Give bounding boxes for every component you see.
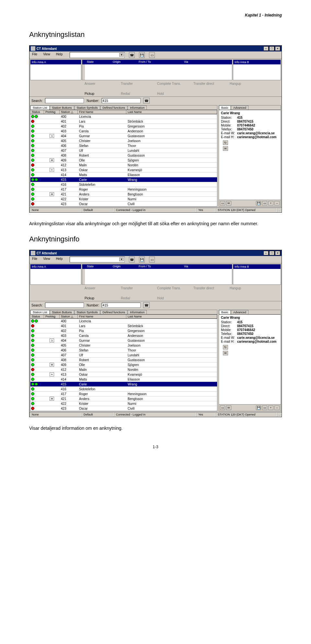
table-row[interactable]: ✉409OlleSjögren	[30, 362, 217, 367]
table-row[interactable]: 3404GunnarGustavsson	[30, 338, 217, 343]
table-row[interactable]: 403CarolaAndersson	[30, 333, 217, 338]
tab-basic[interactable]: Basic	[219, 105, 231, 110]
table-row[interactable]: 3404GunnarGustavsson	[30, 134, 217, 139]
th-station[interactable]: Station △	[60, 315, 78, 318]
hangup-button[interactable]: Hangup	[230, 286, 260, 290]
refresh-icon[interactable]: ↻	[223, 345, 228, 350]
table-row[interactable]: ✂413OskarKvarnesjö	[30, 168, 217, 172]
maximize-button[interactable]: □	[269, 251, 274, 255]
table-row[interactable]: 400Licencia	[30, 114, 217, 119]
table-row[interactable]: 416Sidotelefon	[30, 387, 217, 392]
detail-mail-icon[interactable]: ✉	[226, 405, 231, 410]
tab-advanced[interactable]: Advanced	[231, 310, 248, 314]
menu-view[interactable]: View	[42, 52, 52, 58]
save-icon[interactable]: 💾	[139, 257, 145, 262]
dialpad-icon[interactable]: ☎	[129, 257, 135, 262]
table-row[interactable]: 422KristerNurmi	[30, 197, 217, 202]
search-input[interactable]	[45, 303, 84, 308]
detail-card-icon[interactable]: ▭	[220, 405, 225, 410]
detail-box-icon[interactable]: ▭	[262, 201, 267, 205]
tab-station-list[interactable]: Station List	[30, 310, 50, 314]
th-premsg[interactable]: PreMsg	[44, 110, 60, 114]
detail-save-icon[interactable]: 💾	[256, 405, 261, 410]
refresh-icon[interactable]: ↻	[223, 140, 228, 145]
table-row[interactable]: 422KristerNurmi	[30, 401, 217, 406]
detail-box-icon[interactable]: ▭	[262, 405, 267, 410]
th-firstname[interactable]: First Name	[78, 110, 126, 114]
table-row[interactable]: 408RobertGustavsson	[30, 153, 217, 158]
maximize-button[interactable]: □	[269, 46, 274, 51]
tab-station-symbols[interactable]: Station Symbols	[75, 105, 100, 110]
table-row[interactable]: 417RogerHenningsson	[30, 187, 217, 192]
table-row[interactable]: 412MalinNordén	[30, 367, 217, 372]
table-row[interactable]: 407UlfLundahl	[30, 148, 217, 153]
table-row[interactable]: 415CarieWrang	[30, 177, 217, 182]
tab-information[interactable]: Information	[128, 310, 147, 314]
table-row[interactable]: 416Sidotelefon	[30, 182, 217, 187]
tab-station-list[interactable]: Station List	[30, 105, 50, 110]
table-row[interactable]: 408RobertGustavsson	[30, 358, 217, 362]
transfer-button[interactable]: Transfer	[121, 82, 151, 86]
tab-basic[interactable]: Basic	[219, 310, 231, 314]
hold-button[interactable]: Hold	[157, 296, 188, 300]
transfer-direct-button[interactable]: Transfer direct	[193, 82, 224, 86]
detail-mail-icon[interactable]: ✉	[226, 201, 231, 205]
tab-station-buttons[interactable]: Station Buttons	[50, 310, 74, 314]
table-row[interactable]: ✉421AndersBengtsson	[30, 192, 217, 197]
expand-icon[interactable]: ▭	[149, 52, 155, 58]
redial-button[interactable]: Redial	[121, 296, 151, 300]
pickup-button[interactable]: Pickup	[85, 296, 115, 300]
save-icon[interactable]: 💾	[139, 52, 145, 58]
complete-trans-button[interactable]: Complete Trans.	[157, 286, 188, 290]
menu-file[interactable]: File	[31, 52, 39, 58]
menu-file[interactable]: File	[31, 257, 39, 262]
detail-card-icon[interactable]: ▭	[220, 201, 225, 205]
table-row[interactable]: 414MattsEliasson	[30, 172, 217, 177]
hangup-button[interactable]: Hangup	[230, 82, 260, 86]
th-lastname[interactable]: Last Name	[126, 315, 217, 318]
menu-help[interactable]: Help	[55, 52, 64, 58]
answer-button[interactable]: Answer	[85, 82, 115, 86]
table-row[interactable]: 406StefanThoor	[30, 348, 217, 353]
table-row[interactable]: 412MalinNordén	[30, 163, 217, 168]
th-lastname[interactable]: Last Name	[126, 110, 217, 114]
redial-button[interactable]: Redial	[121, 92, 151, 96]
table-row[interactable]: 423OscarCivill	[30, 202, 217, 206]
dial-icon[interactable]: ☎	[143, 98, 150, 104]
number-input[interactable]	[102, 98, 141, 103]
tab-station-symbols[interactable]: Station Symbols	[75, 310, 100, 314]
table-row[interactable]: ✉409OlleSjögren	[30, 158, 217, 163]
minimize-button[interactable]: –	[263, 46, 269, 51]
table-row[interactable]: 417RogerHenningsson	[30, 392, 217, 396]
table-row[interactable]: 414MattsEliasson	[30, 377, 217, 382]
toolbar-combo[interactable]	[70, 52, 125, 58]
hold-button[interactable]: Hold	[157, 92, 188, 96]
detail-plus-icon[interactable]: +	[268, 405, 273, 410]
table-row[interactable]: 402PiaGregersson	[30, 328, 217, 333]
table-row[interactable]: 403CarolaAndersson	[30, 129, 217, 134]
menu-view[interactable]: View	[42, 257, 52, 262]
table-row[interactable]: ✉421AndersBengtsson	[30, 396, 217, 401]
table-row[interactable]: 407UlfLundahl	[30, 353, 217, 358]
transfer-button[interactable]: Transfer	[121, 286, 151, 290]
table-row[interactable]: 405ChristerJoelsson	[30, 343, 217, 348]
tab-information[interactable]: Information	[128, 105, 147, 110]
answer-button[interactable]: Answer	[85, 286, 115, 290]
table-row[interactable]: 406StefanThoor	[30, 143, 217, 148]
table-row[interactable]: 423OscarCivill	[30, 406, 217, 411]
table-row[interactable]: ✂413OskarKvarnesjö	[30, 372, 217, 377]
tab-advanced[interactable]: Advanced	[231, 105, 248, 110]
dial-icon[interactable]: ☎	[143, 302, 150, 308]
th-station[interactable]: Station △	[60, 110, 78, 114]
table-row[interactable]: 401LarsStrömbäck	[30, 324, 217, 328]
resize-grip[interactable]: ⋰	[277, 412, 282, 417]
detail-plus-icon[interactable]: +	[268, 201, 273, 205]
mail-icon[interactable]: ✉	[223, 351, 228, 355]
number-input[interactable]	[102, 303, 141, 308]
toolbar-combo[interactable]	[70, 257, 125, 262]
detail-minus-icon[interactable]: –	[274, 405, 280, 410]
table-row[interactable]: 415CarieWrang	[30, 382, 217, 387]
close-button[interactable]: ×	[275, 46, 280, 51]
transfer-direct-button[interactable]: Transfer direct	[193, 286, 224, 290]
mail-icon[interactable]: ✉	[223, 146, 228, 151]
